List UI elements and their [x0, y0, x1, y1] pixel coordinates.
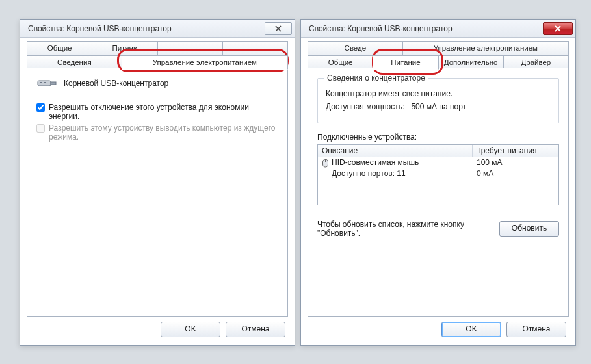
connected-devices-list[interactable]: Описание Требует питания HID-совмести [317, 144, 559, 205]
hub-info-legend: Сведения о концентраторе [324, 73, 428, 83]
list-item-name: Доступно портов: 11 [332, 168, 406, 179]
list-item[interactable]: Доступно портов: 11 0 мА [318, 168, 558, 179]
close-button-left[interactable] [265, 22, 292, 35]
refresh-hint: Чтобы обновить список, нажмите кнопку "О… [317, 220, 499, 238]
allow-wake-row: Разрешить этому устройству выводить комп… [36, 124, 278, 142]
hub-info-line1: Концентратор имеет свое питание. [326, 89, 551, 98]
device-name-label: Корневой USB-концентратор [64, 79, 168, 88]
dialog-left: Свойства: Корневой USB-концентратор Общи… [20, 20, 295, 346]
tab-power-management-right[interactable]: Управление электропитанием [402, 41, 569, 55]
tab-placeholder-left-1[interactable] [157, 41, 223, 55]
svg-rect-2 [40, 82, 42, 83]
hub-info-line2: Доступная мощность: 500 мА на порт [326, 102, 551, 111]
title-right: Свойства: Корневой USB-концентратор [309, 24, 453, 33]
close-icon [274, 25, 282, 32]
tab-placeholder-left-2[interactable] [222, 41, 288, 55]
hub-info-power-value: 500 мА на порт [411, 102, 466, 111]
ok-button-right[interactable]: OK [441, 322, 501, 337]
cancel-button-left[interactable]: Отмена [226, 322, 285, 337]
list-item[interactable]: HID-совместимая мышь 100 мА [318, 157, 558, 168]
list-item-name: HID-совместимая мышь [332, 157, 419, 168]
allow-power-off-row[interactable]: Разрешить отключение этого устройства дл… [36, 103, 278, 121]
hub-info-groupbox: Сведения о концентраторе Концентратор им… [317, 78, 559, 124]
list-header-description[interactable]: Описание [318, 145, 473, 157]
list-item-power: 100 мА [473, 157, 558, 168]
close-icon [554, 25, 562, 32]
tab-power-management-left[interactable]: Управление электропитанием [122, 55, 288, 70]
tab-details-right[interactable]: Сведе [308, 41, 403, 55]
cancel-button-right[interactable]: Отмена [506, 322, 566, 337]
tab-power-right[interactable]: Питание [373, 55, 438, 70]
ok-button-left[interactable]: OK [161, 322, 220, 337]
titlebar-left: Свойства: Корневой USB-концентратор [20, 20, 295, 38]
tab-power-left[interactable]: Питани [92, 41, 157, 55]
allow-power-off-label: Разрешить отключение этого устройства дл… [49, 103, 278, 121]
svg-rect-3 [44, 82, 46, 83]
close-button-right[interactable] [543, 22, 573, 35]
dialog-right: Свойства: Корневой USB-концентратор Свед… [300, 20, 576, 346]
tab-panel-power: Сведения о концентраторе Концентратор им… [308, 68, 569, 317]
tab-general-left[interactable]: Общие [27, 41, 92, 55]
titlebar-right: Свойства: Корневой USB-концентратор [301, 20, 575, 38]
allow-power-off-checkbox[interactable] [36, 103, 45, 112]
tab-panel-power-management: Корневой USB-концентратор Разрешить откл… [27, 68, 288, 317]
connected-devices-label: Подключенные устройства: [317, 133, 559, 142]
title-left: Свойства: Корневой USB-концентратор [28, 24, 172, 33]
usb-hub-icon [36, 75, 57, 91]
allow-wake-label: Разрешить этому устройству выводить комп… [49, 124, 278, 142]
svg-rect-1 [51, 82, 56, 84]
refresh-button[interactable]: Обновить [499, 221, 559, 237]
allow-wake-checkbox [36, 124, 45, 133]
list-header-power[interactable]: Требует питания [473, 145, 558, 157]
list-item-power: 0 мА [473, 168, 558, 179]
mouse-icon [322, 159, 329, 168]
hub-info-power-label: Доступная мощность: [326, 102, 404, 111]
